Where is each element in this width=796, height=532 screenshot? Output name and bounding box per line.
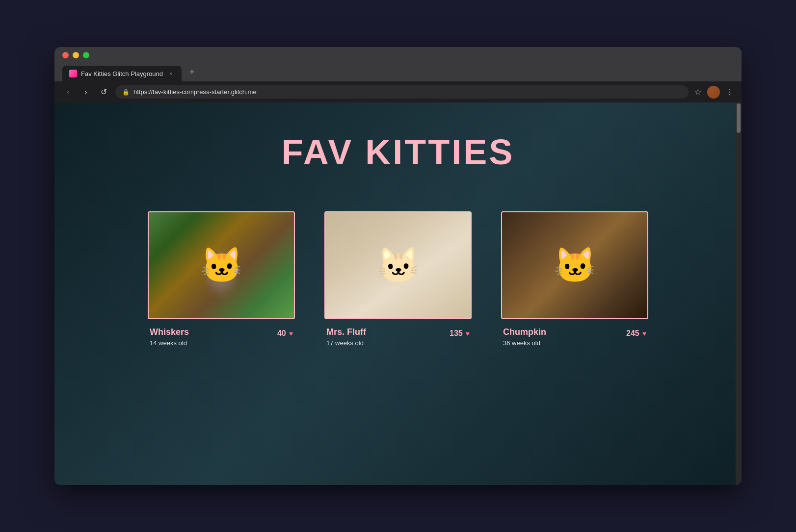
lock-icon: 🔒 [122, 89, 130, 96]
cat-info-mrs-fluff: Mrs. Fluff 17 weeks old 135 ♥ [324, 327, 472, 347]
page-content: FAV KITTIES Whiskers 14 weeks old 40 ♥ [54, 102, 742, 485]
cat-age-mrs-fluff: 17 weeks old [326, 339, 366, 347]
cat-image-whiskers[interactable] [148, 211, 295, 319]
heart-icon-chumpkin: ♥ [642, 329, 646, 337]
close-dot[interactable] [62, 52, 69, 58]
cat-details-mrs-fluff: Mrs. Fluff 17 weeks old [326, 327, 366, 347]
cat-info-whiskers: Whiskers 14 weeks old 40 ♥ [148, 327, 295, 347]
new-tab-button[interactable]: + [184, 63, 201, 81]
title-bar: Fav Kitties Glitch Playground × + [54, 47, 742, 81]
browser-frame: Fav Kitties Glitch Playground × + ‹ › ↺ … [54, 47, 742, 485]
address-bar: ‹ › ↺ 🔒 https://fav-kitties-compress-sta… [54, 81, 742, 102]
minimize-dot[interactable] [73, 52, 79, 58]
scrollbar-thumb[interactable] [737, 103, 741, 133]
cat-image-mrs-fluff[interactable] [324, 211, 472, 319]
cat-details-whiskers: Whiskers 14 weeks old [150, 327, 189, 347]
cat-age-chumpkin: 36 weeks old [503, 339, 546, 347]
bookmark-icon[interactable]: ☆ [694, 87, 701, 97]
tab-title-label: Fav Kitties Glitch Playground [81, 70, 163, 77]
page-title: FAV KITTIES [282, 132, 515, 172]
scrollbar[interactable] [736, 102, 742, 485]
cat-info-chumpkin: Chumpkin 36 weeks old 245 ♥ [501, 327, 648, 347]
url-text: https://fav-kitties-compress-starter.gli… [133, 88, 257, 96]
cat-image-chumpkin[interactable] [501, 211, 648, 319]
page-wrapper: FAV KITTIES Whiskers 14 weeks old 40 ♥ [54, 102, 742, 485]
maximize-dot[interactable] [83, 52, 89, 58]
browser-actions: ☆ ⋮ [694, 86, 734, 99]
back-button[interactable]: ‹ [62, 86, 74, 98]
menu-icon[interactable]: ⋮ [726, 87, 734, 97]
user-avatar[interactable] [707, 86, 720, 99]
heart-icon-mrs-fluff: ♥ [466, 329, 470, 337]
cats-grid: Whiskers 14 weeks old 40 ♥ Mrs. [104, 211, 692, 347]
vote-count-mrs-fluff: 135 [450, 329, 463, 338]
active-tab[interactable]: Fav Kitties Glitch Playground × [62, 66, 182, 81]
cat-card: Chumpkin 36 weeks old 245 ♥ [501, 211, 648, 347]
cat-name-chumpkin: Chumpkin [503, 327, 546, 337]
heart-icon-whiskers: ♥ [289, 329, 293, 337]
reload-button[interactable]: ↺ [98, 86, 109, 98]
cat-card: Mrs. Fluff 17 weeks old 135 ♥ [324, 211, 472, 347]
cat-age-whiskers: 14 weeks old [150, 339, 189, 347]
tab-close-button[interactable]: × [167, 70, 175, 77]
cat-votes-whiskers[interactable]: 40 ♥ [277, 329, 293, 338]
window-controls [62, 52, 734, 58]
url-bar[interactable]: 🔒 https://fav-kitties-compress-starter.g… [115, 85, 689, 99]
tab-favicon [69, 70, 77, 77]
vote-count-whiskers: 40 [277, 329, 286, 338]
cat-votes-mrs-fluff[interactable]: 135 ♥ [450, 329, 470, 338]
cat-votes-chumpkin[interactable]: 245 ♥ [626, 329, 646, 338]
tab-bar: Fav Kitties Glitch Playground × + [62, 63, 734, 81]
cat-card: Whiskers 14 weeks old 40 ♥ [148, 211, 295, 347]
vote-count-chumpkin: 245 [626, 329, 639, 338]
cat-details-chumpkin: Chumpkin 36 weeks old [503, 327, 546, 347]
forward-button[interactable]: › [80, 86, 92, 98]
cat-name-mrs-fluff: Mrs. Fluff [326, 327, 366, 337]
cat-name-whiskers: Whiskers [150, 327, 189, 337]
